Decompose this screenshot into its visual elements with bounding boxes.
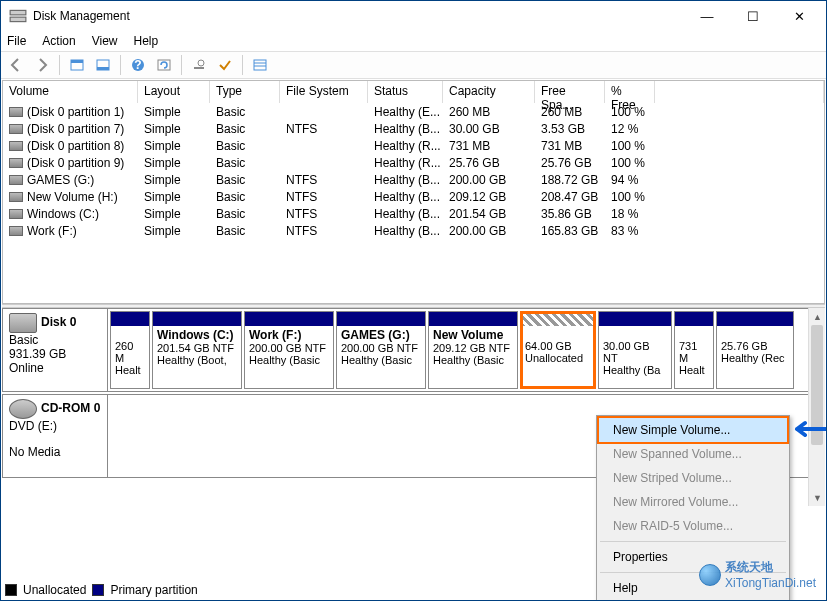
volume-row[interactable]: (Disk 0 partition 9)SimpleBasicHealthy (… [3, 154, 824, 171]
partition[interactable]: New Volume209.12 GB NTFHealthy (Basic [428, 311, 518, 389]
svg-rect-0 [10, 10, 26, 15]
volume-row[interactable]: New Volume (H:)SimpleBasicNTFSHealthy (B… [3, 188, 824, 205]
svg-point-10 [198, 60, 204, 66]
list-icon[interactable] [249, 54, 271, 76]
minimize-button[interactable]: — [684, 2, 730, 30]
legend-unallocated-label: Unallocated [23, 583, 86, 597]
refresh-icon[interactable] [153, 54, 175, 76]
col-filesystem[interactable]: File System [280, 81, 368, 103]
svg-rect-5 [97, 67, 109, 70]
menu-view[interactable]: View [92, 34, 118, 48]
volume-list-header: Volume Layout Type File System Status Ca… [3, 81, 824, 103]
col-pct[interactable]: % Free [605, 81, 655, 103]
partition[interactable]: Work (F:)200.00 GB NTFHealthy (Basic [244, 311, 334, 389]
volume-icon [9, 226, 23, 236]
menu-help[interactable]: Help [134, 34, 159, 48]
globe-icon [699, 564, 721, 586]
svg-rect-1 [10, 17, 26, 22]
partition[interactable]: 30.00 GB NTHealthy (Ba [598, 311, 672, 389]
vertical-scrollbar[interactable]: ▲ ▼ [808, 308, 825, 506]
app-icon [9, 7, 27, 25]
partition[interactable]: 731 MHealt [674, 311, 714, 389]
volume-row[interactable]: (Disk 0 partition 1)SimpleBasicHealthy (… [3, 103, 824, 120]
col-status[interactable]: Status [368, 81, 443, 103]
volume-row[interactable]: Work (F:)SimpleBasicNTFSHealthy (B...200… [3, 222, 824, 239]
scroll-up-icon[interactable]: ▲ [809, 308, 825, 325]
scroll-down-icon[interactable]: ▼ [809, 489, 825, 506]
volume-row[interactable]: (Disk 0 partition 8)SimpleBasicHealthy (… [3, 137, 824, 154]
disk-row-0: Disk 0 Basic 931.39 GB Online 260 MHealt… [2, 308, 825, 392]
menu-action[interactable]: Action [42, 34, 75, 48]
legend-primary-swatch [92, 584, 104, 596]
title-bar: Disk Management — ☐ ✕ [1, 1, 826, 31]
volume-icon [9, 124, 23, 134]
menu-bar: File Action View Help [1, 31, 826, 51]
partition-unallocated[interactable]: 64.00 GBUnallocated [520, 311, 596, 389]
watermark: 系统天地 XiTongTianDi.net [699, 559, 816, 590]
svg-text:?: ? [134, 58, 141, 72]
partition[interactable]: Windows (C:)201.54 GB NTFHealthy (Boot, [152, 311, 242, 389]
svg-rect-3 [71, 60, 83, 63]
cdrom-icon [9, 399, 37, 419]
context-item: New Striped Volume... [599, 466, 787, 490]
volume-row[interactable]: GAMES (G:)SimpleBasicNTFSHealthy (B...20… [3, 171, 824, 188]
settings-icon[interactable] [188, 54, 210, 76]
disk-icon [9, 313, 37, 333]
partition[interactable]: GAMES (G:)200.00 GB NTFHealthy (Basic [336, 311, 426, 389]
cdrom-label[interactable]: CD-ROM 0 DVD (E:) No Media [3, 395, 108, 477]
volume-icon [9, 141, 23, 151]
svg-rect-11 [254, 60, 266, 70]
col-capacity[interactable]: Capacity [443, 81, 535, 103]
checkmark-icon[interactable] [214, 54, 236, 76]
menu-file[interactable]: File [7, 34, 26, 48]
forward-button[interactable] [31, 54, 53, 76]
context-item: New Spanned Volume... [599, 442, 787, 466]
window-title: Disk Management [33, 9, 684, 23]
volume-icon [9, 107, 23, 117]
back-button[interactable] [5, 54, 27, 76]
context-item[interactable]: New Simple Volume... [599, 418, 787, 442]
volume-icon [9, 209, 23, 219]
legend: Unallocated Primary partition [5, 583, 198, 597]
context-item: New RAID-5 Volume... [599, 514, 787, 538]
volume-icon [9, 175, 23, 185]
view-top-icon[interactable] [66, 54, 88, 76]
context-item: New Mirrored Volume... [599, 490, 787, 514]
volume-list: Volume Layout Type File System Status Ca… [2, 80, 825, 304]
toolbar: ? [1, 51, 826, 79]
col-type[interactable]: Type [210, 81, 280, 103]
disk-0-label[interactable]: Disk 0 Basic 931.39 GB Online [3, 309, 108, 391]
col-free[interactable]: Free Spa... [535, 81, 605, 103]
svg-rect-9 [194, 67, 204, 69]
col-volume[interactable]: Volume [3, 81, 138, 103]
help-icon[interactable]: ? [127, 54, 149, 76]
volume-icon [9, 192, 23, 202]
close-button[interactable]: ✕ [776, 2, 822, 30]
legend-unallocated-swatch [5, 584, 17, 596]
volume-rows: (Disk 0 partition 1)SimpleBasicHealthy (… [3, 103, 824, 303]
volume-icon [9, 158, 23, 168]
legend-primary-label: Primary partition [110, 583, 197, 597]
partition[interactable]: 25.76 GBHealthy (Rec [716, 311, 794, 389]
col-layout[interactable]: Layout [138, 81, 210, 103]
view-bottom-icon[interactable] [92, 54, 114, 76]
volume-row[interactable]: (Disk 0 partition 7)SimpleBasicNTFSHealt… [3, 120, 824, 137]
maximize-button[interactable]: ☐ [730, 2, 776, 30]
volume-row[interactable]: Windows (C:)SimpleBasicNTFSHealthy (B...… [3, 205, 824, 222]
partition[interactable]: 260 MHealt [110, 311, 150, 389]
